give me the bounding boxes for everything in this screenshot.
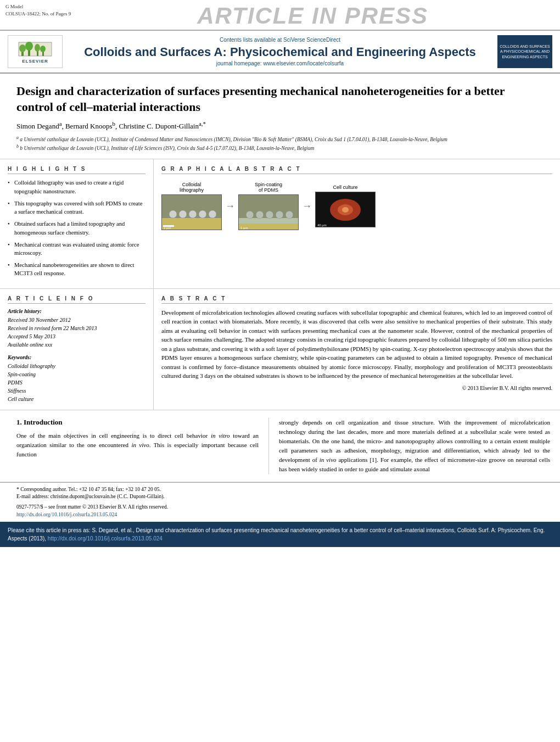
introduction-section: 1. Introduction One of the main objectiv… — [0, 410, 560, 482]
highlights-col: H I G H L I G H T S Colloidal lithograph… — [0, 159, 154, 288]
doi-link[interactable]: http://dx.doi.org/10.1016/j.colsurfa.201… — [16, 511, 544, 518]
ga-arrow-2: → — [302, 200, 312, 212]
svg-rect-19 — [239, 218, 298, 224]
intro-left-col: 1. Introduction One of the main objectiv… — [0, 418, 269, 474]
sup-a2: a,* — [199, 120, 206, 127]
svg-point-25 — [285, 211, 293, 219]
italic-in-vitro: in vitro — [211, 432, 230, 439]
svg-point-21 — [246, 211, 254, 219]
intro-body-left: One of the main objectives in cell engin… — [16, 431, 259, 459]
sciverse-link[interactable]: Contents lists available at SciVerse Sci… — [63, 37, 497, 43]
article-info-label: A R T I C L E I N F O — [8, 295, 145, 304]
svg-point-30 — [342, 207, 349, 213]
affiliation-b: b b Université catholique de Louvain (UC… — [16, 143, 544, 152]
footer-notes: * Corresponding author. Tel.: +32 10 47 … — [0, 482, 560, 522]
intro-title: 1. Introduction — [16, 418, 259, 427]
svg-point-11 — [169, 210, 177, 218]
highlights-list: Colloidal lithography was used to create… — [8, 178, 145, 277]
journal-homepage: journal homepage: www.elsevier.com/locat… — [63, 60, 497, 66]
keywords-list: Colloidal lithography Spin-coating PDMS … — [8, 362, 145, 403]
email-footer: E-mail address: christine.dupont@uclouva… — [16, 493, 544, 500]
svg-point-8 — [40, 46, 46, 52]
authors: Simon Deganda, Bernard Knoopsb, Christin… — [16, 120, 544, 131]
abstract-label: A B S T R A C T — [161, 295, 552, 304]
svg-point-23 — [266, 211, 273, 219]
svg-text:2 μm: 2 μm — [164, 226, 171, 230]
ga-step-2-label: Spin-coatingof PDMS — [255, 182, 282, 193]
svg-point-14 — [199, 210, 206, 218]
article-history: Received 30 November 2012 Received in re… — [8, 316, 145, 349]
highlight-item: Colloidal lithography was used to create… — [8, 178, 145, 195]
svg-point-22 — [256, 211, 264, 219]
article-history-title: Article history: — [8, 308, 145, 314]
svg-point-12 — [179, 210, 187, 218]
ga-step-2-image: 1 μm — [238, 194, 299, 230]
sup-b: b — [113, 120, 115, 127]
highlight-item: Mechanical contrast was evaluated using … — [8, 241, 145, 257]
top-header: G Model COLSUA-18422; No. of Pages 9 ART… — [0, 0, 560, 31]
ga-images: Colloidallithography 2 μm → — [161, 182, 552, 230]
ga-arrow-1: → — [225, 200, 235, 212]
svg-point-4 — [25, 42, 33, 51]
italic-in-vivo2: in vivo — [320, 456, 337, 463]
article-in-press-label: ARTICLE IN PRESS — [71, 3, 555, 27]
article-info-col: A R T I C L E I N F O Article history: R… — [0, 289, 154, 410]
intro-body-right: strongly depends on cell organization an… — [279, 418, 550, 474]
ga-step-1-image: 2 μm — [161, 194, 222, 230]
doi-footer: 0927-7757/$ – see front matter © 2013 El… — [16, 504, 544, 518]
svg-point-2 — [19, 44, 26, 52]
italic-in-vivo: in vivo — [131, 442, 149, 448]
journal-title: Colloids and Surfaces A: Physicochemical… — [63, 45, 497, 59]
highlights-graphical-section: H I G H L I G H T S Colloidal lithograph… — [0, 159, 560, 288]
abstract-col: A B S T R A C T Development of microfabr… — [154, 289, 560, 410]
ga-step-1: Colloidallithography 2 μm — [161, 182, 222, 230]
keywords-title: Keywords: — [8, 354, 145, 360]
svg-point-6 — [35, 44, 40, 52]
highlights-label: H I G H L I G H T S — [8, 166, 145, 174]
bottom-bar-doi-link[interactable]: http://dx.doi.org/10.1016/j.colsurfa.201… — [48, 535, 163, 542]
intro-right-col: strongly depends on cell organization an… — [269, 418, 560, 474]
copyright: © 2013 Elsevier B.V. All rights reserved… — [161, 385, 552, 391]
ga-step-1-label: Colloidallithography — [180, 182, 204, 193]
ga-step-3-label: Cell culture — [333, 185, 357, 190]
elsevier-logo: ELSEVIER — [8, 35, 63, 68]
ga-step-3: Cell culture 40 μm — [315, 185, 376, 227]
abstract-text: Development of microfabrication technolo… — [161, 308, 552, 381]
journal-header-center: Contents lists available at SciVerse Sci… — [63, 37, 497, 66]
journal-right-logo: COLLOIDS AND SURFACES A PHYSICOCHEMICAL … — [497, 35, 552, 68]
article-title: Design and characterization of surfaces … — [16, 83, 544, 115]
elsevier-tree-icon — [16, 40, 54, 59]
graphical-abstract-label: G R A P H I C A L A B S T R A C T — [161, 166, 552, 174]
journal-header: ELSEVIER Contents lists available at Sci… — [0, 31, 560, 74]
affiliation-a: a a Université catholique de Louvain (UC… — [16, 135, 544, 143]
svg-text:1 μm: 1 μm — [240, 226, 248, 230]
svg-text:40 μm: 40 μm — [317, 224, 327, 227]
ga-step-3-image: 40 μm — [315, 192, 376, 227]
article-title-section: Design and characterization of surfaces … — [0, 74, 560, 159]
highlight-item: Mechanical nanobeterogeneities are shown… — [8, 261, 145, 277]
highlight-item: This topography was covered with soft PD… — [8, 199, 145, 216]
article-info-section: A R T I C L E I N F O Article history: R… — [0, 289, 560, 410]
model-info: G Model COLSUA-18422; No. of Pages 9 — [5, 3, 71, 17]
svg-point-13 — [189, 210, 197, 218]
graphical-abstract-col: G R A P H I C A L A B S T R A C T Colloi… — [154, 159, 560, 288]
svg-point-15 — [209, 210, 216, 218]
svg-point-24 — [276, 211, 283, 219]
ga-step-2: Spin-coatingof PDMS 1 μm — [238, 182, 299, 230]
sup-a: a — [59, 120, 62, 127]
bottom-bar: Please cite this article in press as: S.… — [0, 522, 560, 547]
highlight-item: Obtained surfaces had a limited topograp… — [8, 220, 145, 236]
corresponding-author: * Corresponding author. Tel.: +32 10 47 … — [16, 486, 544, 493]
